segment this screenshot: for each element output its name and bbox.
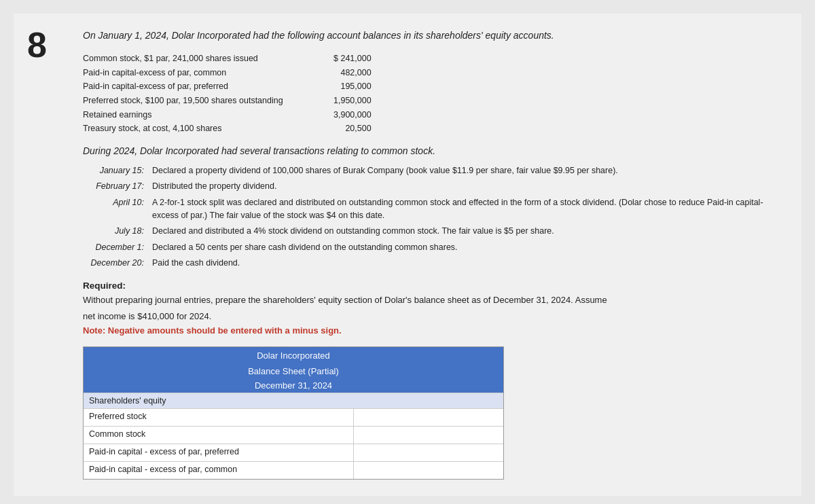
account-value-1: 482,000 [310, 66, 372, 80]
trans-date-0: January 15: [83, 164, 144, 177]
account-value-0: $ 241,000 [310, 52, 372, 66]
bs-label-preferred: Preferred stock [84, 409, 354, 426]
bs-row-preferred: Preferred stock [84, 408, 503, 426]
account-label-2: Paid-in capital-excess of par, preferred [83, 79, 283, 94]
trans-desc-4: Declared a 50 cents per share cash divid… [152, 241, 780, 254]
main-content: On January 1, 2024, Dolar Incorporated h… [83, 30, 780, 480]
during-text: During 2024, Dolar Incorporated had seve… [83, 145, 780, 156]
trans-desc-0: Declared a property dividend of 100,000 … [152, 164, 780, 177]
bs-label-pic-preferred: Paid-in capital - excess of par, preferr… [84, 444, 354, 461]
account-section: Common stock, $1 par, 241,000 shares iss… [83, 52, 780, 136]
account-labels: Common stock, $1 par, 241,000 shares iss… [83, 52, 283, 136]
account-value-5: 20,500 [310, 122, 372, 136]
account-label-4: Retained earnings [83, 108, 283, 122]
required-note: Note: Negative amounts should be entered… [83, 325, 780, 336]
balance-sheet-container: Dolar Incorporated Balance Sheet (Partia… [83, 346, 504, 480]
transactions-table: January 15: Declared a property dividend… [83, 164, 780, 270]
bs-title-header: Balance Sheet (Partial) [84, 364, 503, 378]
bs-label-pic-common: Paid-in capital - excess of par, common [84, 462, 354, 479]
transaction-row-3: July 18: Declared and distributed a 4% s… [83, 225, 780, 238]
trans-date-2: April 10: [83, 196, 144, 223]
required-text1-span: Without preparing journal entries, prepa… [83, 295, 607, 305]
trans-date-4: December 1: [83, 241, 144, 254]
trans-date-1: February 17: [83, 180, 144, 193]
trans-desc-5: Paid the cash dividend. [152, 257, 780, 270]
bs-input-pic-common-total[interactable] [435, 462, 503, 479]
account-value-3: 1,950,000 [310, 94, 372, 108]
transaction-row-1: February 17: Distributed the property di… [83, 180, 780, 193]
account-label-1: Paid-in capital-excess of par, common [83, 66, 283, 80]
bs-input-preferred-total[interactable] [435, 409, 503, 426]
bs-date-header: December 31, 2024 [84, 378, 503, 393]
intro-text: On January 1, 2024, Dolar Incorporated h… [83, 30, 780, 41]
trans-date-3: July 18: [83, 225, 144, 238]
required-text1: Without preparing journal entries, prepa… [83, 293, 780, 307]
trans-desc-1: Distributed the property dividend. [152, 180, 780, 193]
bs-label-common: Common stock [84, 427, 354, 444]
account-label-0: Common stock, $1 par, 241,000 shares iss… [83, 52, 283, 66]
bs-input-pic-preferred-value[interactable] [354, 444, 435, 461]
page-wrapper: 8 On January 1, 2024, Dolar Incorporated… [14, 14, 801, 496]
bs-input-pic-preferred-total[interactable] [435, 444, 503, 461]
question-number: 8 [27, 27, 47, 62]
required-section: Required: Without preparing journal entr… [83, 281, 780, 336]
required-title: Required: [83, 281, 780, 291]
transaction-row-4: December 1: Declared a 50 cents per shar… [83, 241, 780, 254]
bs-row-pic-preferred: Paid-in capital - excess of par, preferr… [84, 444, 503, 461]
transaction-row-5: December 20: Paid the cash dividend. [83, 257, 780, 270]
account-values: $ 241,000 482,000 195,000 1,950,000 3,90… [310, 52, 372, 136]
bs-input-pic-common-value[interactable] [354, 462, 435, 479]
bs-input-common-value[interactable] [354, 427, 435, 444]
bs-section-equity: Shareholders' equity [84, 393, 503, 408]
bs-row-pic-common: Paid-in capital - excess of par, common [84, 461, 503, 479]
trans-date-5: December 20: [83, 257, 144, 270]
transaction-row-0: January 15: Declared a property dividend… [83, 164, 780, 177]
account-value-2: 195,000 [310, 79, 372, 94]
trans-desc-3: Declared and distributed a 4% stock divi… [152, 225, 780, 238]
account-label-5: Treasury stock, at cost, 4,100 shares [83, 122, 283, 136]
bs-company-header: Dolar Incorporated [84, 347, 503, 364]
bs-input-preferred-value[interactable] [354, 409, 435, 426]
bs-input-common-total[interactable] [435, 427, 503, 444]
trans-desc-2: A 2-for-1 stock split was declared and d… [152, 196, 780, 223]
account-label-3: Preferred stock, $100 par, 19,500 shares… [83, 94, 283, 108]
bs-row-common: Common stock [84, 426, 503, 444]
transaction-row-2: April 10: A 2-for-1 stock split was decl… [83, 196, 780, 223]
account-value-4: 3,900,000 [310, 108, 372, 122]
required-text2: net income is $410,000 for 2024. [83, 310, 780, 323]
